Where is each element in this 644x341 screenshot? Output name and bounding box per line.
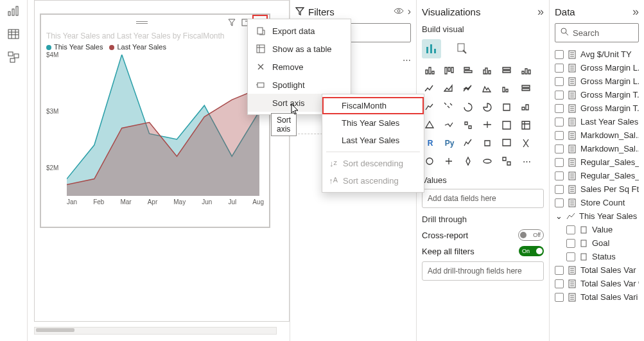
filter-icon[interactable] (227, 17, 237, 28)
chevron-down-icon[interactable]: ⌄ (555, 211, 562, 221)
field-goal[interactable]: Goal (555, 236, 639, 250)
sort-by-this-year-sales[interactable]: This Year Sales (322, 114, 424, 132)
checkbox-icon[interactable] (555, 144, 564, 153)
checkbox-icon[interactable] (555, 158, 564, 167)
viz-type-0[interactable] (422, 64, 439, 79)
drillthrough-field-well[interactable]: Add drill-through fields here (422, 261, 544, 281)
field-markdown_sal-[interactable]: Markdown_Sal... (555, 142, 639, 155)
viz-type-28[interactable] (499, 136, 516, 151)
menu-remove[interactable]: Remove (248, 58, 351, 76)
viz-type-26[interactable] (460, 136, 477, 151)
checkbox-icon[interactable] (555, 198, 564, 207)
field-gross-margin-l-[interactable]: Gross Margin L... (555, 61, 639, 74)
report-view-icon[interactable] (6, 4, 21, 18)
viz-type-19[interactable] (441, 118, 458, 133)
viz-type-21[interactable] (480, 118, 496, 133)
sort-by-last-year-sales[interactable]: Last Year Sales (322, 132, 424, 149)
checkbox-icon[interactable] (555, 131, 564, 140)
viz-type-9[interactable] (480, 82, 496, 97)
field-avg-unit-ty[interactable]: Avg $/Unit TY (555, 48, 639, 61)
checkbox-icon[interactable] (566, 239, 575, 248)
checkbox-icon[interactable] (555, 279, 564, 288)
field-total-sales-var-[interactable]: Total Sales Var % (555, 277, 639, 290)
viz-type-7[interactable] (441, 82, 458, 97)
viz-type-29[interactable] (518, 136, 535, 151)
viz-type-32[interactable] (460, 153, 477, 169)
viz-type-8[interactable] (460, 82, 477, 97)
checkbox-icon[interactable] (566, 225, 575, 234)
cross-report-toggle[interactable]: Off (518, 229, 544, 241)
viz-type-1[interactable] (441, 64, 458, 79)
viz-type-31[interactable] (441, 153, 458, 169)
canvas-scrollbar[interactable] (34, 327, 277, 335)
field-gross-margin-t-[interactable]: Gross Margin T... (555, 88, 639, 101)
build-visual-tab[interactable] (422, 39, 441, 58)
x-axis-labels: JanFebMarAprMayJunJulAug (67, 198, 264, 205)
viz-type-27[interactable] (480, 136, 496, 151)
sort-ascending[interactable]: ↑ASort ascending (322, 172, 424, 189)
viz-type-34[interactable] (499, 153, 516, 169)
field-total-sales-var[interactable]: Total Sales Var (555, 263, 639, 277)
viz-type-16[interactable] (499, 100, 516, 115)
checkbox-icon[interactable] (555, 293, 564, 302)
field-value[interactable]: Value (555, 223, 639, 236)
measure-icon (568, 64, 577, 73)
drag-handle-icon[interactable] (136, 21, 148, 24)
viz-type-17[interactable] (518, 100, 535, 115)
checkbox-icon[interactable] (555, 185, 564, 194)
field-sales-per-sq-ft[interactable]: Sales Per Sq Ft (555, 182, 639, 196)
checkbox-icon[interactable] (555, 50, 564, 59)
viz-type-3[interactable] (480, 64, 496, 79)
checkbox-icon[interactable] (555, 77, 564, 86)
field-status[interactable]: Status (555, 250, 639, 263)
field-last-year-sales[interactable]: Last Year Sales (555, 115, 639, 128)
menu-show-as-table[interactable]: Show as a table (248, 40, 351, 58)
model-view-icon[interactable] (6, 50, 21, 64)
viz-type-25[interactable]: Py (441, 136, 458, 151)
viz-type-35[interactable]: ⋯ (518, 153, 535, 169)
field-total-sales-vari[interactable]: Total Sales Vari (555, 290, 639, 304)
viz-type-33[interactable] (480, 153, 496, 169)
viz-type-11[interactable] (518, 82, 535, 97)
viz-type-20[interactable] (460, 118, 477, 133)
sort-descending[interactable]: ↓zSort descending (322, 155, 424, 172)
keep-filters-toggle[interactable]: On (519, 246, 544, 256)
field-regular_sales_-[interactable]: Regular_Sales_... (555, 169, 639, 182)
viz-type-13[interactable] (441, 100, 458, 115)
menu-export-data[interactable]: Export data (248, 22, 351, 40)
field-regular_sales_-[interactable]: Regular_Sales_... (555, 155, 639, 169)
field-store-count[interactable]: Store Count (555, 196, 639, 209)
chart-visual[interactable]: This Year Sales and Last Year Sales by F… (40, 13, 270, 228)
checkbox-icon[interactable] (566, 252, 575, 261)
viz-type-2[interactable] (460, 64, 477, 79)
checkbox-icon[interactable] (555, 64, 564, 73)
data-search-input[interactable]: Search (555, 23, 639, 42)
viz-type-15[interactable] (480, 100, 496, 115)
viz-type-4[interactable] (499, 64, 516, 79)
checkbox-icon[interactable] (555, 266, 564, 275)
chevron-right-icon[interactable]: » (632, 5, 639, 19)
eye-icon[interactable] (394, 6, 404, 17)
format-visual-tab[interactable] (453, 39, 472, 58)
more-icon[interactable]: ⋯ (403, 55, 411, 65)
field-markdown_sal-[interactable]: Markdown_Sal... (555, 128, 639, 142)
field-gross-margin-l-[interactable]: Gross Margin L... (555, 74, 639, 88)
field-gross-margin-t-[interactable]: Gross Margin T... (555, 101, 639, 115)
viz-type-10[interactable] (499, 82, 516, 97)
viz-type-23[interactable] (518, 118, 535, 133)
checkbox-icon[interactable] (555, 91, 564, 100)
chevron-right-icon[interactable]: » (537, 5, 544, 19)
viz-type-22[interactable] (499, 118, 516, 133)
values-field-well[interactable]: Add data fields here (422, 189, 544, 208)
chevron-right-icon[interactable]: › (408, 6, 411, 17)
report-canvas[interactable]: This Year Sales and Last Year Sales by F… (34, 0, 290, 322)
viz-type-14[interactable] (460, 100, 477, 115)
checkbox-icon[interactable] (555, 104, 564, 113)
viz-type-5[interactable] (518, 64, 535, 79)
hierarchy-this-year-sales[interactable]: ⌄This Year Sales (555, 209, 639, 223)
sort-by-fiscalmonth[interactable]: FiscalMonth (322, 97, 424, 114)
menu-spotlight[interactable]: Spotlight (248, 76, 351, 94)
checkbox-icon[interactable] (555, 118, 564, 127)
checkbox-icon[interactable] (555, 171, 564, 180)
data-view-icon[interactable] (6, 27, 21, 41)
